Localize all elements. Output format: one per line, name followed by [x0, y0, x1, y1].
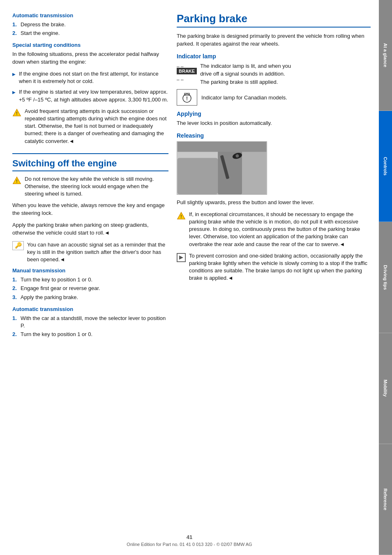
tip-text: To prevent corrosion and one-sided braki… [189, 252, 371, 282]
special-starting-section: Special starting conditions In the follo… [12, 42, 168, 145]
note-text: You can have an acoustic signal set as a… [27, 241, 168, 264]
bullet-icon: ▶ [12, 71, 16, 85]
brake-desc-1: The indicator lamp is lit, and when you [200, 62, 291, 70]
page-number: 41 [0, 534, 379, 540]
applying-section: Applying The lever locks in position aut… [177, 111, 371, 127]
auto-trans-heading-1: Automatic transmission [12, 12, 168, 18]
list-text: Turn the key to position 1 or 0. [21, 276, 92, 283]
list-text: Engage first gear or reverse gear. [21, 285, 100, 292]
warning-icon: ! [12, 176, 21, 185]
tab-at-glance-label: At a glance [383, 43, 388, 67]
switching-off-heading: Switching off the engine [12, 158, 168, 171]
list-text: Apply the parking brake. [21, 294, 78, 301]
bullet-text: If the engine does not start on the firs… [19, 70, 168, 85]
tab-reference-label: Reference [383, 488, 388, 510]
releasing-heading: Releasing [177, 132, 371, 139]
list-item: ▶ If the engine is started at very low t… [12, 88, 168, 103]
manual-trans-section: Manual transmission 1. Turn the key to p… [12, 267, 168, 301]
switching-off-section: Switching off the engine ! Do not remove… [12, 153, 168, 339]
parking-brake-intro: The parking brake is designed primarily … [177, 32, 371, 48]
brake-desc-2: drive off a signal sounds in addition. [200, 70, 291, 78]
list-text: Depress the brake. [21, 21, 66, 28]
list-item: 3. Apply the parking brake. [12, 294, 168, 301]
releasing-section: Releasing [177, 132, 371, 207]
indicator-lamp-section: Indicator lamp ⎯ ⎯ BRAKE ⎯ ⎯ [177, 53, 371, 106]
list-num: 2. [12, 331, 18, 338]
list-item: 2. Engage first gear or reverse gear. [12, 285, 168, 292]
tab-mobility-label: Mobility [383, 380, 388, 397]
tab-controls[interactable]: Controls [379, 111, 392, 222]
list-item: 1. Turn the key to position 1 or 0. [12, 276, 168, 283]
applying-heading: Applying [177, 111, 371, 117]
switching-off-para2: Apply the parking brake when parking on … [12, 221, 168, 237]
tab-mobility[interactable]: Mobility [379, 333, 392, 444]
warning-icon: ! [12, 108, 21, 117]
applying-text: The lever locks in position automaticall… [177, 120, 371, 127]
switching-off-warning1: ! Do not remove the key while the vehicl… [12, 175, 168, 198]
special-starting-warning: ! Avoid frequent starting attempts in qu… [12, 108, 168, 145]
auto-trans-section-1: Automatic transmission 1. Depress the br… [12, 12, 168, 37]
list-text: Start the engine. [21, 30, 60, 37]
tip-box: To prevent corrosion and one-sided braki… [177, 252, 371, 282]
bullet-icon: ▶ [12, 90, 16, 103]
list-item: 1. With the car at a standstill, move th… [12, 315, 168, 329]
manual-trans-heading: Manual transmission [12, 267, 168, 274]
tip-icon [177, 253, 186, 262]
brake-desc-3: The parking brake is still applied. [200, 78, 291, 86]
tab-driving-label: Driving tips [383, 265, 388, 290]
brake-line-1: ⎯ ⎯ [177, 62, 197, 67]
canadian-text: Indicator lamp for Canadian models. [201, 94, 287, 101]
brake-line-2: BRAKE [177, 68, 197, 74]
auto-trans-list-2: 1. With the car at a standstill, move th… [12, 315, 168, 339]
list-text: Turn the key to position 1 or 0. [21, 331, 92, 338]
warning-text: If, in exceptional circumstances, it sho… [189, 211, 371, 248]
releasing-caption: Pull slightly upwards, press the button … [177, 199, 371, 207]
right-tabs: At a glance Controls Driving tips Mobili… [379, 0, 392, 555]
bullet-text: If the engine is started at very low tem… [19, 88, 168, 103]
special-starting-heading: Special starting conditions [12, 42, 168, 48]
right-column: Parking brake The parking brake is desig… [177, 12, 371, 539]
manual-trans-list: 1. Turn the key to position 1 or 0. 2. E… [12, 276, 168, 301]
list-num: 1. [12, 315, 18, 329]
brake-descriptions: The indicator lamp is lit, and when you … [200, 62, 291, 86]
auto-trans-list-1: 1. Depress the brake. 2. Start the engin… [12, 21, 168, 37]
list-text: With the car at a standstill, move the s… [21, 315, 168, 329]
special-starting-bullets: ▶ If the engine does not start on the fi… [12, 70, 168, 104]
svg-rect-12 [178, 142, 267, 152]
svg-rect-6 [178, 158, 218, 194]
tab-at-glance[interactable]: At a glance [379, 0, 392, 111]
auto-trans-section-2: Automatic transmission 1. With the car a… [12, 306, 168, 339]
list-item: 2. Turn the key to position 1 or 0. [12, 331, 168, 338]
page-footer: 41 Online Edition for Part no. 01 41 0 0… [0, 534, 379, 547]
tab-controls-label: Controls [383, 157, 388, 175]
key-icon: 🔑 [12, 241, 24, 250]
brake-indicator: ⎯ ⎯ BRAKE ⎯ ⎯ The indicator lamp is lit,… [177, 62, 371, 86]
tab-reference[interactable]: Reference [379, 444, 392, 555]
list-item: ▶ If the engine does not start on the fi… [12, 70, 168, 85]
brake-label: BRAKE [177, 68, 197, 74]
svg-text:!: ! [180, 214, 182, 219]
auto-trans-heading-2: Automatic transmission [12, 306, 168, 312]
switching-off-para1: When you leave the vehicle, always remov… [12, 202, 168, 217]
list-item: 1. Depress the brake. [12, 21, 168, 28]
warning-text: Avoid frequent starting attempts in quic… [25, 108, 168, 145]
svg-text:!: ! [16, 111, 17, 115]
svg-text:!: ! [16, 179, 17, 183]
warning-icon: ! [177, 212, 186, 221]
list-num: 1. [12, 21, 18, 28]
brake-box: ⎯ ⎯ BRAKE ⎯ ⎯ [177, 62, 197, 80]
footer-text: Online Edition for Part no. 01 41 0 013 … [0, 542, 379, 547]
releasing-warning: ! If, in exceptional circumstances, it s… [177, 211, 371, 248]
list-num: 1. [12, 276, 18, 283]
left-column: Automatic transmission 1. Depress the br… [12, 12, 168, 539]
list-num: 2. [12, 285, 18, 292]
special-starting-intro: In the following situations, press the a… [12, 51, 168, 66]
warning-text: Do not remove the key while the vehicle … [25, 175, 168, 198]
canadian-indicator-box: ! [177, 89, 197, 106]
page-wrapper: Automatic transmission 1. Depress the br… [0, 0, 392, 555]
main-content: Automatic transmission 1. Depress the br… [0, 0, 379, 555]
list-num: 3. [12, 294, 18, 301]
tab-driving-tips[interactable]: Driving tips [379, 222, 392, 333]
svg-text:!: ! [186, 96, 188, 101]
brake-line-3: ⎯ ⎯ [177, 75, 197, 80]
